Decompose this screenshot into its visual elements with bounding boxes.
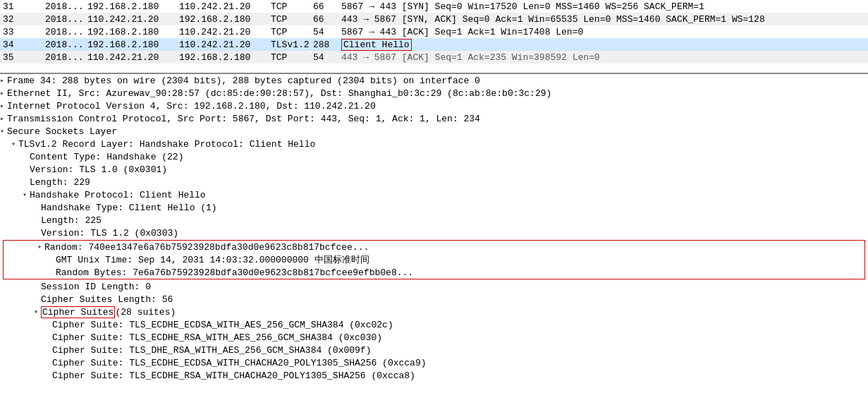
detail-row[interactable]: ▾ Secure Sockets Layer xyxy=(0,125,868,138)
detail-row: Random Bytes: 7e6a76b75923928bdfa30d0e96… xyxy=(4,266,864,279)
packet-time: 2018... xyxy=(45,40,87,50)
random-block: ▾ Random: 740ee1347e6a76b75923928bdfa30d… xyxy=(3,240,865,279)
packet-no: 35 xyxy=(3,52,45,63)
packet-dst: 192.168.2.180 xyxy=(179,14,271,25)
detail-panel: ▸ Frame 34: 288 bytes on wire (2304 bits… xyxy=(0,74,868,410)
collapse-icon: ▸ xyxy=(0,102,7,110)
packet-no: 33 xyxy=(3,27,45,37)
expand-icon: ▾ xyxy=(23,191,30,199)
packet-row[interactable]: 31 2018... 192.168.2.180 110.242.21.20 T… xyxy=(0,0,868,13)
detail-label: Cipher Suite: TLS_ECDHE_ECDSA_WITH_AES_2… xyxy=(52,320,393,330)
expand-icon: ▾ xyxy=(11,140,18,148)
packet-len: 54 xyxy=(313,52,341,63)
detail-label: GMT Unix Time: Sep 14, 2031 14:03:32.000… xyxy=(56,253,369,266)
packet-src: 192.168.2.180 xyxy=(87,1,179,12)
detail-row: Length: 225 xyxy=(0,214,868,227)
packet-dst: 110.242.21.20 xyxy=(179,40,271,50)
client-hello-badge: Client Hello xyxy=(341,39,412,51)
packet-proto: TCP xyxy=(271,52,313,63)
cipher-suites-label: Cipher Suites xyxy=(41,306,115,318)
packet-len: 66 xyxy=(313,14,341,25)
packet-time: 2018... xyxy=(45,27,87,37)
packet-info: 443 → 5867 [SYN, ACK] Seq=0 Ack=1 Win=65… xyxy=(341,14,865,25)
collapse-icon: ▸ xyxy=(0,89,7,97)
packet-row[interactable]: 34 2018... 192.168.2.180 110.242.21.20 T… xyxy=(0,38,868,51)
detail-label: Random: 740ee1347e6a76b75923928bdfa30d0e… xyxy=(44,242,369,253)
packet-info: Client Hello xyxy=(341,39,865,51)
detail-row[interactable]: ▸ Transmission Control Protocol, Src Por… xyxy=(0,112,868,125)
detail-label: Length: 225 xyxy=(41,215,102,226)
packet-info: 5867 → 443 [SYN] Seq=0 Win=17520 Len=0 M… xyxy=(341,1,865,12)
detail-label: Transmission Control Protocol, Src Port:… xyxy=(7,114,480,124)
packet-src: 110.242.21.20 xyxy=(87,52,179,63)
packet-no: 31 xyxy=(3,1,45,12)
detail-label: Cipher Suite: TLS_ECDHE_RSA_WITH_AES_256… xyxy=(52,332,382,343)
packet-row[interactable]: 32 2018... 110.242.21.20 192.168.2.180 T… xyxy=(0,13,868,25)
packet-info: 443 → 5867 [ACK] Seq=1 Ack=235 Win=39859… xyxy=(341,52,865,63)
detail-label: Handshake Protocol: Client Hello xyxy=(30,190,206,200)
detail-label: Session ID Length: 0 xyxy=(41,282,151,292)
detail-label: Internet Protocol Version 4, Src: 192.16… xyxy=(7,101,376,111)
detail-row[interactable]: ▸ Ethernet II, Src: Azurewav_90:28:57 (d… xyxy=(0,87,868,100)
packet-time: 2018... xyxy=(45,14,87,25)
detail-row[interactable]: ▸ Internet Protocol Version 4, Src: 192.… xyxy=(0,100,868,112)
expand-icon: ▾ xyxy=(37,243,44,251)
detail-label: Version: TLS 1.0 (0x0301) xyxy=(30,164,167,175)
packet-dst: 110.242.21.20 xyxy=(179,27,271,37)
detail-row[interactable]: ▸ Frame 34: 288 bytes on wire (2304 bits… xyxy=(0,74,868,87)
collapse-icon: ▸ xyxy=(0,114,7,123)
detail-row: Handshake Type: Client Hello (1) xyxy=(0,201,868,214)
packet-src: 192.168.2.180 xyxy=(87,40,179,50)
detail-row: Version: TLS 1.2 (0x0303) xyxy=(0,227,868,239)
main-container: 31 2018... 192.168.2.180 110.242.21.20 T… xyxy=(0,0,868,410)
packet-proto: TCP xyxy=(271,27,313,37)
packet-proto: TCP xyxy=(271,14,313,25)
detail-row: Cipher Suite: TLS_ECDHE_ECDSA_WITH_AES_2… xyxy=(0,318,868,331)
packet-time: 2018... xyxy=(45,52,87,63)
packet-src: 192.168.2.180 xyxy=(87,27,179,37)
detail-row: Cipher Suite: TLS_DHE_RSA_WITH_AES_256_G… xyxy=(0,344,868,356)
packet-row[interactable]: 33 2018... 192.168.2.180 110.242.21.20 T… xyxy=(0,25,868,38)
packet-time: 2018... xyxy=(45,1,87,12)
detail-label: Content Type: Handshake (22) xyxy=(30,152,183,162)
detail-label: Cipher Suites Length: 56 xyxy=(41,294,173,305)
packet-proto: TLSv1.2 xyxy=(271,40,313,50)
detail-label: Cipher Suite: TLS_DHE_RSA_WITH_AES_256_G… xyxy=(52,345,371,356)
detail-label: Ethernet II, Src: Azurewav_90:28:57 (dc:… xyxy=(7,88,551,99)
packet-list: 31 2018... 192.168.2.180 110.242.21.20 T… xyxy=(0,0,868,74)
detail-row[interactable]: ▾ TLSv1.2 Record Layer: Handshake Protoc… xyxy=(0,138,868,150)
packet-len: 288 xyxy=(313,40,341,50)
detail-row: Content Type: Handshake (22) xyxy=(0,150,868,163)
detail-row[interactable]: ▾ Handshake Protocol: Client Hello xyxy=(0,188,868,201)
detail-label: Version: TLS 1.2 (0x0303) xyxy=(41,228,178,239)
detail-row: Session ID Length: 0 xyxy=(0,280,868,293)
detail-label: Cipher Suite: TLS_ECDHE_RSA_WITH_CHACHA2… xyxy=(52,370,415,381)
detail-label: Frame 34: 288 bytes on wire (2304 bits),… xyxy=(7,76,480,86)
detail-row: Cipher Suite: TLS_ECDHE_ECDSA_WITH_CHACH… xyxy=(0,356,868,369)
detail-row: Length: 229 xyxy=(0,176,868,188)
detail-label: Cipher Suite: TLS_ECDHE_ECDSA_WITH_CHACH… xyxy=(52,358,427,368)
packet-dst: 192.168.2.180 xyxy=(179,52,271,63)
detail-label: Handshake Type: Client Hello (1) xyxy=(41,203,217,213)
packet-proto: TCP xyxy=(271,1,313,12)
detail-row[interactable]: ▾ Random: 740ee1347e6a76b75923928bdfa30d… xyxy=(4,241,864,253)
packet-row[interactable]: 35 2018... 110.242.21.20 192.168.2.180 T… xyxy=(0,51,868,64)
detail-row: Version: TLS 1.0 (0x0301) xyxy=(0,163,868,176)
packet-src: 110.242.21.20 xyxy=(87,14,179,25)
packet-info: 5867 → 443 [ACK] Seq=1 Ack=1 Win=17408 L… xyxy=(341,27,865,37)
detail-row: Cipher Suite: TLS_ECDHE_RSA_WITH_CHACHA2… xyxy=(0,369,868,382)
collapse-icon: ▸ xyxy=(0,76,7,85)
detail-label: Secure Sockets Layer xyxy=(7,126,117,137)
cipher-suites-row[interactable]: ▾ Cipher Suites (28 suites) xyxy=(0,306,868,318)
packet-no: 32 xyxy=(3,14,45,25)
packet-len: 66 xyxy=(313,1,341,12)
packet-no: 34 xyxy=(3,40,45,50)
detail-row: Cipher Suite: TLS_ECDHE_RSA_WITH_AES_256… xyxy=(0,331,868,344)
cipher-suites-count: (28 suites) xyxy=(115,307,176,318)
detail-row: Cipher Suites Length: 56 xyxy=(0,293,868,306)
packet-dst: 110.242.21.20 xyxy=(179,1,271,12)
expand-icon: ▾ xyxy=(34,308,41,316)
detail-label: TLSv1.2 Record Layer: Handshake Protocol… xyxy=(18,139,315,150)
expand-icon: ▾ xyxy=(0,127,7,135)
detail-row: GMT Unix Time: Sep 14, 2031 14:03:32.000… xyxy=(4,253,864,266)
